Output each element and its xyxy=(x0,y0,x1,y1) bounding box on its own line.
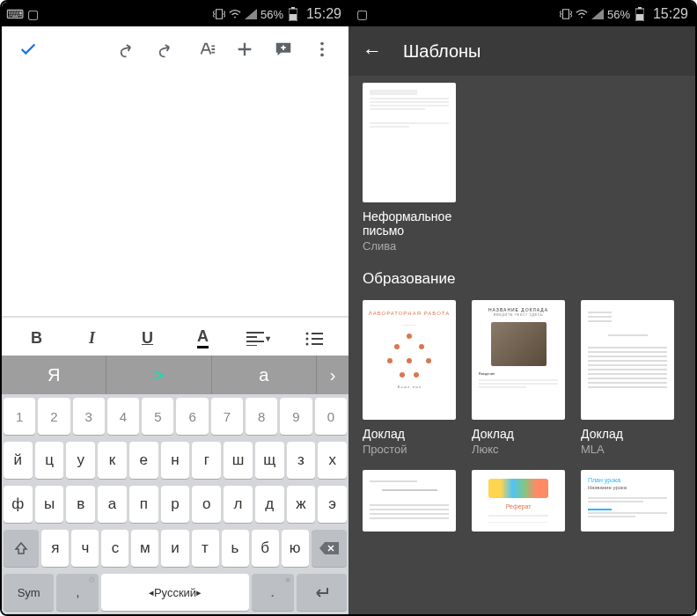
template-card[interactable]: Доклад MLA xyxy=(581,300,679,456)
key-ч[interactable]: ч xyxy=(71,530,99,567)
suggestion-1[interactable]: Я xyxy=(2,356,106,394)
key-ц[interactable]: ц xyxy=(35,442,64,479)
svg-point-6 xyxy=(320,54,324,57)
template-card[interactable]: НАЗВАНИЕ ДОКЛАДА ВВЕДИТЕ ТЕКСТ ЗДЕСЬ Вве… xyxy=(472,300,570,456)
key-в[interactable]: в xyxy=(66,486,95,523)
key-т[interactable]: т xyxy=(192,530,219,567)
key-1[interactable]: 1 xyxy=(4,398,35,435)
bold-button[interactable]: B xyxy=(18,321,56,356)
svg-rect-12 xyxy=(638,7,642,9)
wifi-icon xyxy=(229,8,241,20)
key-ж[interactable]: ж xyxy=(287,486,316,523)
key-б[interactable]: б xyxy=(252,530,279,567)
key-м[interactable]: м xyxy=(131,530,158,567)
key-ь[interactable]: ь xyxy=(222,530,249,567)
key-ф[interactable]: ф xyxy=(4,486,33,523)
status-bar-left: ⌨ ▢ 56% 15:29 xyxy=(2,2,348,26)
key-п[interactable]: п xyxy=(129,486,158,523)
done-button[interactable] xyxy=(12,33,44,65)
key-shift[interactable] xyxy=(4,530,39,567)
key-5[interactable]: 5 xyxy=(142,398,173,435)
svg-point-10 xyxy=(581,17,583,18)
key-о[interactable]: о xyxy=(192,486,221,523)
key-г[interactable]: г xyxy=(192,442,221,479)
clock: 15:29 xyxy=(306,6,341,22)
suggestion-expand[interactable]: › xyxy=(317,365,348,385)
underline-button[interactable]: U xyxy=(128,321,167,356)
key-7[interactable]: 7 xyxy=(211,398,243,435)
key-й[interactable]: й xyxy=(4,442,33,479)
vibrate-icon xyxy=(213,8,225,20)
key-х[interactable]: х xyxy=(318,442,347,479)
svg-point-8 xyxy=(305,337,308,340)
battery-icon xyxy=(634,8,646,20)
key-э[interactable]: э xyxy=(318,486,347,523)
key-4[interactable]: 4 xyxy=(107,398,139,435)
signal-icon xyxy=(245,8,257,20)
key-а[interactable]: а xyxy=(98,486,127,523)
text-color-button[interactable]: A xyxy=(184,321,223,356)
key-3[interactable]: 3 xyxy=(73,398,105,435)
back-button[interactable]: ← xyxy=(363,40,382,62)
page-title: Шаблоны xyxy=(403,41,481,62)
more-button[interactable] xyxy=(306,33,338,65)
document-canvas[interactable] xyxy=(2,72,348,317)
svg-rect-3 xyxy=(290,14,297,20)
template-subtitle: Простой xyxy=(363,443,461,456)
key-period[interactable]: .■ xyxy=(252,574,294,611)
svg-point-7 xyxy=(305,332,308,334)
comment-button[interactable] xyxy=(268,33,299,65)
template-card[interactable]: ЛАБОРАТОРНАЯ РАБОТА — — — — В а ш е и м … xyxy=(363,300,461,456)
key-л[interactable]: л xyxy=(224,486,253,523)
italic-button[interactable]: I xyxy=(73,321,112,356)
keyboard: Я > а › 1 2 3 4 5 6 7 8 9 0 йцукенгшщзх … xyxy=(2,356,348,614)
key-2[interactable]: 2 xyxy=(38,398,70,435)
section-education: Образование xyxy=(363,270,681,288)
key-6[interactable]: 6 xyxy=(176,398,208,435)
key-comma[interactable]: ,⚙ xyxy=(56,574,99,611)
key-с[interactable]: с xyxy=(101,530,128,567)
template-subtitle: Люкс xyxy=(472,443,570,456)
insert-button[interactable] xyxy=(229,33,260,65)
key-щ[interactable]: щ xyxy=(255,442,284,479)
key-з[interactable]: з xyxy=(287,442,316,479)
key-ш[interactable]: ш xyxy=(224,442,253,479)
key-sym[interactable]: Sym xyxy=(4,574,54,611)
suggestion-3[interactable]: а xyxy=(212,356,317,394)
battery-text: 56% xyxy=(260,8,283,21)
template-card[interactable]: Реферат xyxy=(472,470,570,539)
svg-point-4 xyxy=(320,42,324,46)
key-у[interactable]: у xyxy=(66,442,95,479)
key-и[interactable]: и xyxy=(161,530,188,567)
key-ю[interactable]: ю xyxy=(282,530,309,567)
list-button[interactable] xyxy=(295,321,334,356)
template-card[interactable]: План урока Название урока xyxy=(581,470,679,539)
key-0[interactable]: 0 xyxy=(315,398,347,435)
undo-button[interactable] xyxy=(113,33,144,65)
template-card[interactable]: Неформальное письмо Слива xyxy=(363,83,461,253)
key-backspace[interactable] xyxy=(312,530,347,567)
key-ы[interactable]: ы xyxy=(35,486,64,523)
key-н[interactable]: н xyxy=(161,442,190,479)
key-я[interactable]: я xyxy=(41,530,69,567)
key-д[interactable]: д xyxy=(255,486,284,523)
key-р[interactable]: р xyxy=(161,486,190,523)
key-9[interactable]: 9 xyxy=(280,398,312,435)
svg-rect-13 xyxy=(636,14,643,20)
key-8[interactable]: 8 xyxy=(246,398,277,435)
template-subtitle: Слива xyxy=(363,239,461,253)
align-button[interactable]: ▾ xyxy=(239,321,278,356)
template-card[interactable] xyxy=(363,470,461,539)
image-icon: ▢ xyxy=(26,8,39,20)
template-thumb: НАЗВАНИЕ ДОКЛАДА ВВЕДИТЕ ТЕКСТ ЗДЕСЬ Вве… xyxy=(472,300,565,420)
svg-rect-2 xyxy=(291,7,295,9)
key-е[interactable]: е xyxy=(129,442,158,479)
text-format-button[interactable] xyxy=(190,33,222,65)
key-space[interactable]: ◂ Русский ▸ xyxy=(101,574,248,611)
redo-button[interactable] xyxy=(151,33,183,65)
key-к[interactable]: к xyxy=(98,442,127,479)
templates-header: ← Шаблоны xyxy=(348,26,695,76)
suggestion-2[interactable]: > xyxy=(106,356,211,394)
key-enter[interactable] xyxy=(297,574,347,611)
templates-scroll[interactable]: Неформальное письмо Слива Образование ЛА… xyxy=(348,76,695,614)
